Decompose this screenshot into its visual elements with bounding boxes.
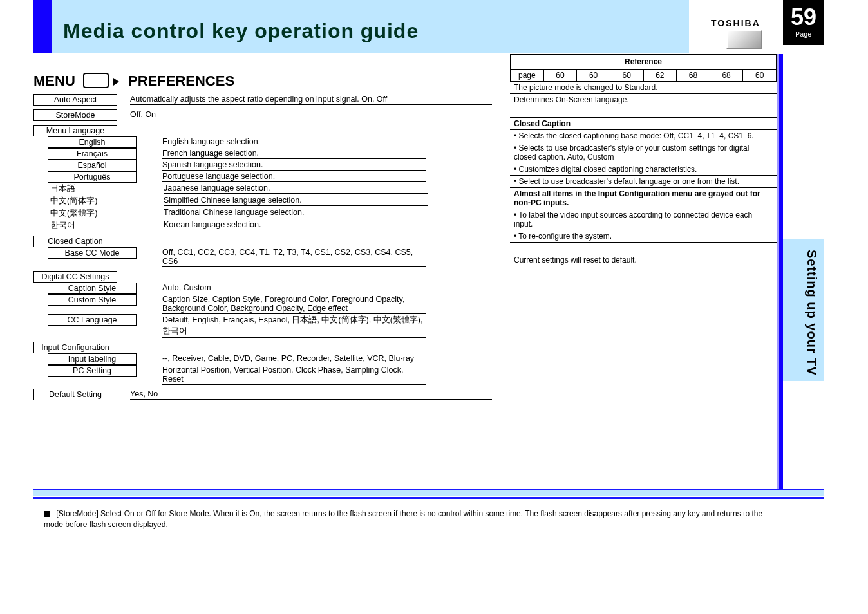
info-cc-a: Selects the closed captioning base mode:…: [510, 130, 777, 142]
info-cc-c: Customizes digital closed captioning cha…: [510, 163, 777, 176]
footnote-bullet-icon: [44, 511, 50, 517]
lang-portuguese: Português: [48, 171, 137, 183]
page-cell: page: [511, 70, 544, 82]
desc-lang-zh-traditional: Traditional Chinese language selection.: [164, 207, 428, 218]
page-cell: 60: [577, 70, 610, 82]
header-accent-bar: [33, 0, 52, 53]
desc-input-labeling: --, Receiver, Cable, DVD, Game, PC, Reco…: [162, 353, 426, 364]
reference-page-grid: page 60 60 60 62 68 68 60: [510, 70, 777, 82]
page-cell: 60: [610, 70, 644, 82]
chevron-right-icon: [110, 76, 124, 88]
lang-japanese: 日本語: [49, 183, 138, 195]
crumb-preferences: PREFERENCES: [128, 73, 234, 89]
cc-custom-style: Custom Style: [48, 294, 137, 306]
info-menu-lang: Determines On-Screen language.: [510, 94, 777, 106]
desc-cc-caption-style: Auto, Custom: [162, 283, 426, 293]
lang-korean: 한국어: [49, 219, 138, 232]
pc-setting: PC Setting: [48, 365, 137, 377]
cc-caption-style: Caption Style: [48, 283, 137, 294]
breadcrumb: MENU PREFERENCES: [33, 73, 234, 91]
page-cell: 68: [710, 70, 744, 82]
desc-lang-japanese: Japanese language selection.: [164, 183, 428, 194]
desc-lang-french: French language selection.: [162, 148, 426, 159]
desc-lang-portuguese: Portuguese language selection.: [162, 171, 426, 182]
brand-bevel-icon: [726, 30, 762, 49]
menu-tree: Auto AspectAutomatically adjusts the asp…: [33, 94, 492, 400]
desc-auto-aspect: Automatically adjusts the aspect ratio d…: [130, 94, 492, 105]
page-cell: 62: [644, 70, 677, 82]
desc-pc-setting: Horizontal Position, Vertical Position, …: [162, 365, 426, 385]
info-input-b: To re-configure the system.: [510, 230, 777, 243]
footnote-text: [StoreMode] Select On or Off for Store M…: [44, 509, 762, 529]
item-menu-language: Menu Language: [33, 125, 117, 136]
side-tab-label: Setting up your TV: [804, 250, 819, 376]
section-title: Media control key operation guide: [63, 19, 419, 43]
cc-base-mode: Base CC Mode: [48, 247, 137, 259]
reference-panel: Reference page 60 60 60 62 68 68 60 The …: [510, 54, 777, 266]
desc-cc-language: Default, English, Français, Español, 日本語…: [162, 314, 426, 338]
footnote: [StoreMode] Select On or Off for Store M…: [44, 508, 765, 530]
desc-default-setting: Yes, No: [130, 389, 492, 400]
desc-lang-english: English language selection.: [162, 136, 426, 147]
desc-cc-base-mode: Off, CC1, CC2, CC3, CC4, T1, T2, T3, T4,…: [162, 247, 426, 267]
page-badge: 59 Page: [783, 0, 824, 45]
item-storemode: StoreMode: [33, 109, 117, 121]
info-input-heading: Almost all items in the Input Configurat…: [510, 188, 777, 209]
info-cc-b: Selects to use broadcaster's style or yo…: [510, 142, 777, 163]
brand-name: TOSHIBA: [711, 18, 760, 28]
lang-french: Français: [48, 148, 137, 160]
cc-language: CC Language: [48, 314, 137, 326]
desc-cc-custom-style: Caption Size, Caption Style, Foreground …: [162, 294, 426, 314]
item-auto-aspect: Auto Aspect: [33, 94, 117, 106]
crumb-menu: MENU: [33, 73, 75, 89]
page-badge-number: 59: [783, 0, 824, 31]
item-digital-cc: Digital CC Settings: [33, 271, 117, 283]
arrow-box-icon: [83, 73, 109, 88]
info-cc-d: Select to use broadcaster's default lang…: [510, 176, 777, 188]
lang-zh-traditional: 中文(繁體字): [49, 207, 138, 219]
item-closed-caption: Closed Caption: [33, 236, 117, 247]
item-input-config: Input Configuration: [33, 342, 117, 353]
info-spacer: [510, 106, 777, 118]
reference-heading: Reference: [510, 54, 777, 70]
info-spacer2: [510, 243, 777, 254]
info-picture-mode: The picture mode is changed to Standard.: [510, 82, 777, 94]
lang-spanish: Español: [48, 160, 137, 171]
bottom-rule-cyan: [33, 489, 824, 496]
desc-lang-zh-simplified: Simplified Chinese language selection.: [164, 195, 428, 206]
input-labeling: Input labeling: [48, 353, 137, 365]
page-badge-label: Page: [783, 31, 824, 38]
lang-english: English: [48, 136, 137, 148]
page-cell: 60: [544, 70, 578, 82]
info-cc-heading: Closed Caption: [510, 118, 777, 130]
desc-lang-spanish: Spanish language selection.: [162, 160, 426, 171]
info-default: Current settings will reset to default.: [510, 254, 777, 266]
page-cell: 60: [743, 70, 777, 82]
desc-lang-korean: Korean language selection.: [164, 219, 428, 230]
bottom-rule-blue: [33, 497, 824, 499]
info-input-a: To label the video input sources accordi…: [510, 209, 777, 230]
right-edge-rule: [779, 54, 783, 492]
item-default-setting: Default Setting: [33, 389, 117, 400]
lang-zh-simplified: 中文(简体字): [49, 195, 138, 207]
page-cell: 68: [677, 70, 710, 82]
desc-storemode: Off, On: [130, 109, 492, 120]
